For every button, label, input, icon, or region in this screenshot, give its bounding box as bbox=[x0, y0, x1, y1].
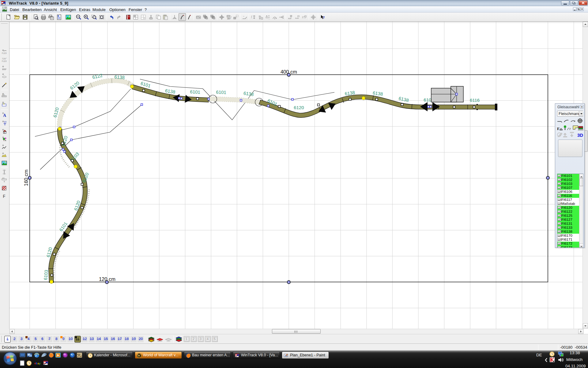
svg-text:6138: 6138 bbox=[114, 74, 125, 80]
svg-text:FLEX: FLEX bbox=[2, 60, 7, 63]
svg-text:3D: 3D bbox=[577, 132, 583, 138]
svg-text:6103: 6103 bbox=[43, 270, 49, 280]
svg-text:⨽: ⨽ bbox=[243, 15, 244, 17]
svg-text:720°: 720° bbox=[2, 58, 7, 60]
svg-text:491: 491 bbox=[2, 177, 5, 179]
svg-text:F: F bbox=[557, 126, 560, 131]
svg-text:?: ? bbox=[323, 15, 325, 20]
svg-text:A: A bbox=[3, 113, 6, 118]
svg-text:10: 10 bbox=[4, 121, 6, 123]
svg-text:zoo: zoo bbox=[77, 353, 81, 355]
svg-text:180°: 180° bbox=[227, 17, 231, 20]
svg-text:6116: 6116 bbox=[470, 98, 480, 103]
svg-text:FLEX: FLEX bbox=[2, 52, 7, 55]
svg-text:F: F bbox=[3, 194, 6, 199]
svg-text:ebay: ebay bbox=[34, 362, 41, 365]
svg-text:W: W bbox=[138, 354, 141, 357]
svg-text:6101: 6101 bbox=[216, 89, 226, 95]
svg-text:6120: 6120 bbox=[294, 105, 304, 110]
svg-text:f: f bbox=[251, 15, 252, 18]
svg-text:6101: 6101 bbox=[190, 89, 200, 95]
svg-text:400: 400 bbox=[2, 94, 5, 96]
